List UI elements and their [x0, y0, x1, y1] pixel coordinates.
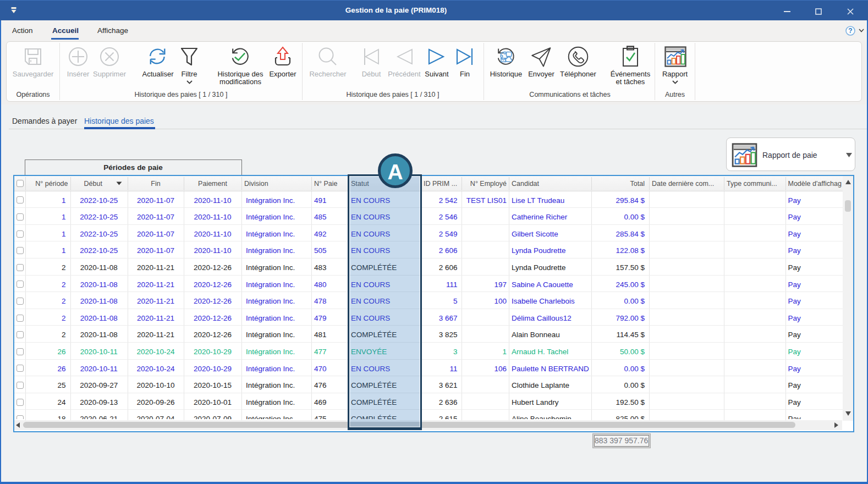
svg-text:?: ? — [848, 27, 852, 35]
